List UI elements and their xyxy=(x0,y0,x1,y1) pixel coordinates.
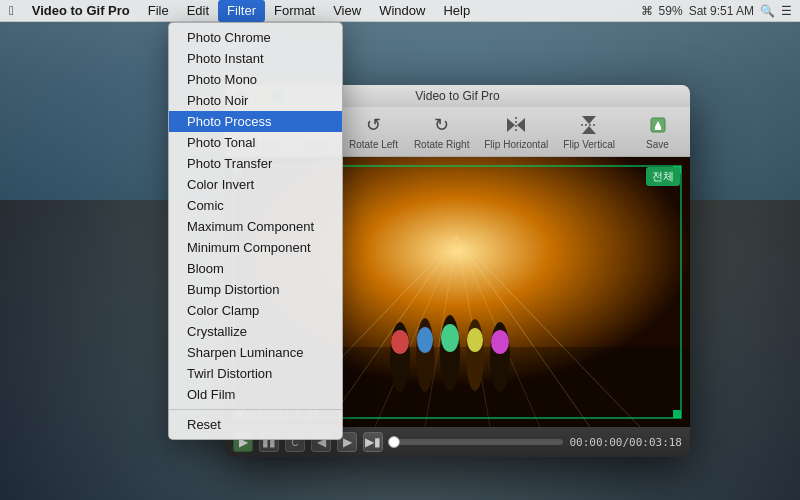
flip-horizontal-icon xyxy=(504,113,528,137)
filter-minimum-component[interactable]: Minimum Component xyxy=(169,237,342,258)
menubar-right: ⌘ 59% Sat 9:51 AM 🔍 ☰ xyxy=(641,4,800,18)
save-button[interactable]: Save xyxy=(635,109,680,154)
search-icon[interactable]: 🔍 xyxy=(760,4,775,18)
progress-thumb[interactable] xyxy=(388,436,400,448)
svg-rect-13 xyxy=(655,127,661,130)
menubar-file[interactable]: File xyxy=(139,0,178,22)
flip-vertical-label: Flip Vertical xyxy=(563,139,615,150)
filter-bump-distortion[interactable]: Bump Distortion xyxy=(169,279,342,300)
filter-photo-mono[interactable]: Photo Mono xyxy=(169,69,342,90)
filter-crystallize[interactable]: Crystallize xyxy=(169,321,342,342)
rotate-right-icon: ↻ xyxy=(430,113,454,137)
svg-marker-9 xyxy=(582,126,596,134)
menubar-format[interactable]: Format xyxy=(265,0,324,22)
apple-menu[interactable]:  xyxy=(0,0,23,22)
filter-photo-noir[interactable]: Photo Noir xyxy=(169,90,342,111)
flip-vertical-button[interactable]: Flip Vertical xyxy=(559,109,619,154)
menubar-view[interactable]: View xyxy=(324,0,370,22)
flip-vertical-icon xyxy=(577,113,601,137)
svg-marker-6 xyxy=(517,118,525,132)
rotate-right-button[interactable]: ↻ Rotate Right xyxy=(410,109,473,154)
rotate-left-icon: ↺ xyxy=(361,113,385,137)
flip-horizontal-button[interactable]: Flip Horizontal xyxy=(481,109,551,154)
filter-photo-tonal[interactable]: Photo Tonal xyxy=(169,132,342,153)
window-title: Video to Gif Pro xyxy=(415,89,500,103)
corner-br xyxy=(673,410,681,418)
filter-color-clamp[interactable]: Color Clamp xyxy=(169,300,342,321)
filter-photo-transfer[interactable]: Photo Transfer xyxy=(169,153,342,174)
video-badge: 전체 xyxy=(646,167,680,186)
menubar-help[interactable]: Help xyxy=(434,0,479,22)
filter-color-invert[interactable]: Color Invert xyxy=(169,174,342,195)
filter-twirl-distortion[interactable]: Twirl Distortion xyxy=(169,363,342,384)
flip-horizontal-label: Flip Horizontal xyxy=(484,139,548,150)
filter-photo-process[interactable]: Photo Process xyxy=(169,111,342,132)
filter-sharpen-luminance[interactable]: Sharpen Luminance xyxy=(169,342,342,363)
filter-comic[interactable]: Comic xyxy=(169,195,342,216)
menubar-window[interactable]: Window xyxy=(370,0,434,22)
save-icon xyxy=(646,113,670,137)
rotate-right-label: Rotate Right xyxy=(414,139,470,150)
filter-bloom[interactable]: Bloom xyxy=(169,258,342,279)
menubar:  Video to Gif Pro File Edit Filter Form… xyxy=(0,0,800,22)
filter-dropdown: Photo Chrome Photo Instant Photo Mono Ph… xyxy=(168,22,343,440)
rotate-left-label: Rotate Left xyxy=(349,139,398,150)
menubar-filter[interactable]: Filter xyxy=(218,0,265,22)
svg-marker-8 xyxy=(582,116,596,124)
filter-old-film[interactable]: Old Film xyxy=(169,384,342,405)
filter-reset[interactable]: Reset xyxy=(169,414,342,435)
save-label: Save xyxy=(646,139,669,150)
clock: Sat 9:51 AM xyxy=(689,4,754,18)
filter-photo-chrome[interactable]: Photo Chrome xyxy=(169,27,342,48)
wifi-icon: ⌘ xyxy=(641,4,653,18)
filter-maximum-component[interactable]: Maximum Component xyxy=(169,216,342,237)
menubar-app-name[interactable]: Video to Gif Pro xyxy=(23,0,139,22)
filter-photo-instant[interactable]: Photo Instant xyxy=(169,48,342,69)
end-button[interactable]: ▶▮ xyxy=(363,432,383,452)
time-display: 00:00:00/00:03:18 xyxy=(569,436,682,449)
menu-separator xyxy=(169,409,342,410)
menubar-edit[interactable]: Edit xyxy=(178,0,218,22)
svg-marker-5 xyxy=(507,118,515,132)
rotate-left-button[interactable]: ↺ Rotate Left xyxy=(345,109,402,154)
progress-bar[interactable] xyxy=(389,439,563,445)
battery-indicator: 59% xyxy=(659,4,683,18)
menu-icon[interactable]: ☰ xyxy=(781,4,792,18)
